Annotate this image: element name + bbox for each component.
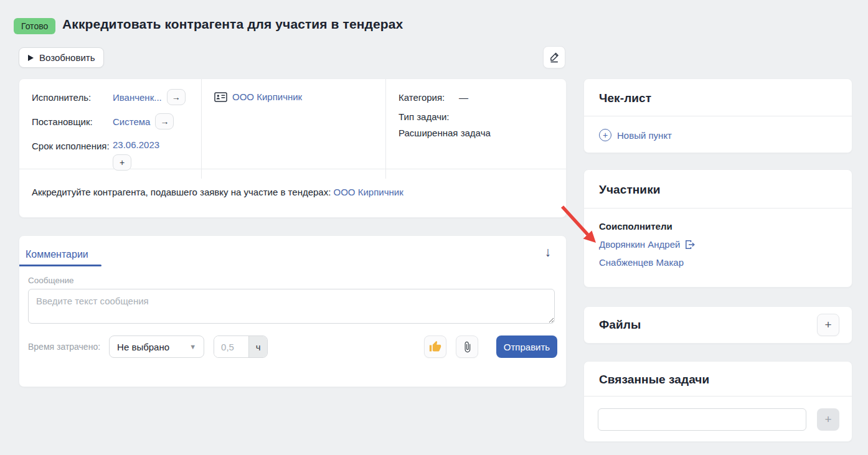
add-related-task-button[interactable]: + <box>817 408 839 431</box>
related-tasks-card: Связанные задачи + <box>583 361 852 442</box>
status-badge: Готово <box>14 18 55 34</box>
checklist-title: Чек-лист <box>584 79 852 116</box>
resume-button[interactable]: Возобновить <box>19 47 104 68</box>
message-label: Сообщение <box>28 276 557 285</box>
paperclip-icon <box>461 341 473 353</box>
plus-icon: + <box>825 413 832 426</box>
contact-card-icon <box>214 92 227 102</box>
executor-open-button[interactable]: → <box>167 89 186 105</box>
related-task-input[interactable] <box>598 408 806 431</box>
add-checklist-item-label: Новый пункт <box>617 130 672 141</box>
description-text: Аккредитуйте контрагента, подавшего заяв… <box>32 187 331 197</box>
participant-row: Дворянкин Андрей <box>584 232 852 250</box>
time-spent-label: Время затрачено: <box>28 342 100 352</box>
tab-comments[interactable]: Комментарии <box>26 249 88 260</box>
pencil-icon <box>548 51 560 63</box>
participant-link[interactable]: Дворянкин Андрей <box>599 239 680 250</box>
author-open-button[interactable]: → <box>155 113 174 129</box>
like-button[interactable] <box>424 335 446 358</box>
page-title: Аккредитовать контрагента для участия в … <box>62 17 403 32</box>
files-card: Файлы + <box>583 306 852 344</box>
participant-row: Снабженцев Макар <box>584 250 852 268</box>
task-type-value: Расширенная задача <box>399 128 555 138</box>
executor-label: Исполнитель: <box>32 89 113 103</box>
company-link[interactable]: ООО Кирпичник <box>232 91 302 102</box>
checklist-card: Чек-лист + Новый пункт <box>583 78 852 153</box>
participant-link[interactable]: Снабженцев Макар <box>599 257 684 268</box>
author-link[interactable]: Система <box>113 116 150 127</box>
add-deadline-button[interactable]: + <box>113 154 131 171</box>
task-type-label: Тип задачи: <box>399 111 555 122</box>
arrow-right-icon: → <box>160 116 169 126</box>
deadline-label: Срок исполнения: <box>32 138 113 152</box>
active-tab-underline <box>19 265 101 266</box>
add-file-button[interactable]: + <box>817 314 839 336</box>
description-company-link[interactable]: ООО Кирпичник <box>334 187 403 197</box>
related-tasks-title: Связанные задачи <box>584 362 852 396</box>
add-checklist-item-button[interactable]: + Новый пункт <box>584 116 852 154</box>
plus-icon: + <box>824 318 831 332</box>
thumbs-up-icon <box>429 340 441 353</box>
down-arrow-icon: ↓ <box>545 245 552 259</box>
time-value-group: ч <box>214 335 268 358</box>
participants-card: Участники Соисполнители Дворянкин Андрей… <box>583 169 852 288</box>
time-spent-select-value: Не выбрано <box>117 342 169 352</box>
category-value: — <box>459 89 555 103</box>
time-spent-select[interactable]: Не выбрано ▼ <box>109 335 204 358</box>
time-value-input[interactable] <box>214 336 248 357</box>
message-input[interactable] <box>28 289 555 324</box>
time-unit-label: ч <box>248 336 267 357</box>
comments-card: Комментарии ↓ Сообщение Время затрачено:… <box>19 235 567 387</box>
author-label: Постановщик: <box>32 113 113 128</box>
co-executors-label: Соисполнители <box>584 209 852 232</box>
scroll-to-bottom-button[interactable]: ↓ <box>545 245 552 260</box>
task-info-card: Исполнитель: Иванченк... → Постановщик: … <box>19 78 567 218</box>
send-button[interactable]: Отправить <box>496 335 557 358</box>
participants-title: Участники <box>584 170 852 208</box>
deadline-value[interactable]: 23.06.2023 <box>113 138 159 150</box>
chevron-down-icon: ▼ <box>189 343 196 350</box>
attach-file-button[interactable] <box>456 335 478 358</box>
play-icon <box>28 55 34 61</box>
resume-button-label: Возобновить <box>39 52 95 63</box>
leave-icon[interactable] <box>685 240 696 250</box>
plus-icon: + <box>120 157 125 167</box>
circle-plus-icon: + <box>599 129 611 141</box>
files-title: Файлы <box>599 318 641 332</box>
executor-link[interactable]: Иванченк... <box>113 92 162 103</box>
edit-button[interactable] <box>543 46 565 68</box>
arrow-right-icon: → <box>172 92 181 102</box>
category-label: Категория: <box>399 89 459 103</box>
